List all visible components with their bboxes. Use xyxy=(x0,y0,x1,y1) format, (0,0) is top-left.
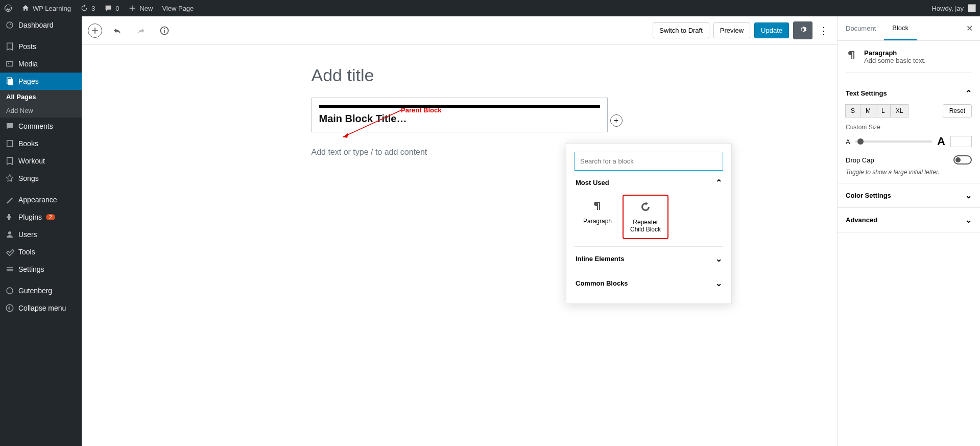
block-search-input[interactable] xyxy=(575,152,723,171)
svg-rect-8 xyxy=(7,267,13,268)
size-l[interactable]: L xyxy=(876,104,891,118)
avatar[interactable] xyxy=(968,4,976,12)
font-size-slider[interactable] xyxy=(855,140,932,143)
info-button[interactable] xyxy=(156,22,173,39)
svg-rect-6 xyxy=(7,140,13,147)
sidebar-dashboard[interactable]: Dashboard xyxy=(0,16,82,34)
text-settings-panel[interactable]: Text Settings⌃ xyxy=(846,88,972,98)
sidebar-pages[interactable]: Pages xyxy=(0,73,82,90)
chevron-down-icon: ⌄ xyxy=(715,254,722,264)
sidebar-add-new[interactable]: Add New xyxy=(0,104,82,118)
svg-point-11 xyxy=(7,288,13,294)
svg-point-3 xyxy=(8,63,9,64)
paragraph-icon xyxy=(846,49,858,61)
block-tile-paragraph[interactable]: Paragraph xyxy=(575,195,620,239)
sidebar-appearance[interactable]: Appearance xyxy=(0,191,82,208)
custom-size-label: Custom Size xyxy=(846,124,972,131)
color-settings-panel[interactable]: Color Settings⌄ xyxy=(846,191,972,200)
sidebar-tools[interactable]: Tools xyxy=(0,243,82,261)
more-button[interactable]: ⋮ xyxy=(817,22,831,39)
block-tile-repeater-child[interactable]: Repeater Child Block xyxy=(623,195,668,239)
drop-cap-label: Drop Cap xyxy=(846,156,874,164)
updates[interactable]: 3 xyxy=(80,4,95,12)
close-settings-button[interactable]: ✕ xyxy=(959,16,980,40)
chevron-up-icon: ⌃ xyxy=(965,88,972,98)
sidebar-gutenberg[interactable]: Gutenberg xyxy=(0,282,82,299)
sidebar-comments[interactable]: Comments xyxy=(0,118,82,135)
font-size-input[interactable] xyxy=(950,136,972,147)
svg-rect-2 xyxy=(7,62,13,66)
block-inserter-popup: Most Used⌃ Paragraph Repeater Child Bloc… xyxy=(566,143,732,304)
block-title-text[interactable]: Main Block Title… xyxy=(319,113,600,125)
sidebar-media[interactable]: Media xyxy=(0,55,82,73)
editor-main: Switch to Draft Preview Update ⋮ Add tit… xyxy=(82,16,837,446)
svg-point-12 xyxy=(6,304,13,312)
sidebar-posts[interactable]: Posts xyxy=(0,38,82,55)
view-page[interactable]: View Page xyxy=(162,5,194,12)
add-block-button[interactable] xyxy=(88,24,102,38)
new[interactable]: New xyxy=(128,4,153,12)
comments-count[interactable]: 0 xyxy=(104,4,119,12)
wp-logo[interactable] xyxy=(4,4,12,12)
sidebar-plugins[interactable]: Plugins2 xyxy=(0,208,82,226)
preview-button[interactable]: Preview xyxy=(713,22,750,38)
sidebar-users[interactable]: Users xyxy=(0,226,82,243)
svg-rect-10 xyxy=(7,270,13,271)
drop-cap-toggle[interactable] xyxy=(953,155,972,165)
sidebar-songs[interactable]: Songs xyxy=(0,170,82,187)
switch-draft-button[interactable]: Switch to Draft xyxy=(653,22,709,38)
svg-rect-14 xyxy=(164,30,165,33)
size-m[interactable]: M xyxy=(860,104,876,118)
chevron-down-icon: ⌄ xyxy=(965,215,972,225)
sidebar-collapse[interactable]: Collapse menu xyxy=(0,299,82,317)
size-xl[interactable]: XL xyxy=(890,104,909,118)
howdy[interactable]: Howdy, jay xyxy=(931,5,964,12)
settings-panel: Document Block ✕ Paragraph Add some basi… xyxy=(837,16,980,446)
update-button[interactable]: Update xyxy=(754,22,789,38)
site-name[interactable]: WP Learning xyxy=(21,4,71,12)
redo-button[interactable] xyxy=(133,22,149,39)
section-common[interactable]: Common Blocks⌄ xyxy=(575,271,723,295)
chevron-down-icon: ⌄ xyxy=(965,191,972,200)
chevron-up-icon: ⌃ xyxy=(715,178,722,187)
svg-point-15 xyxy=(164,28,165,29)
reset-button[interactable]: Reset xyxy=(943,104,972,118)
block-divider xyxy=(319,105,600,108)
tab-document[interactable]: Document xyxy=(838,17,884,39)
parent-block[interactable]: Main Block Title… + xyxy=(312,98,608,132)
section-inline[interactable]: Inline Elements⌄ xyxy=(575,247,723,271)
big-a-icon: A xyxy=(937,135,945,148)
block-name: Paragraph xyxy=(864,49,926,57)
small-a-icon: A xyxy=(846,138,850,146)
advanced-panel[interactable]: Advanced⌄ xyxy=(846,215,972,225)
sidebar-all-pages[interactable]: All Pages xyxy=(0,90,82,104)
section-most-used[interactable]: Most Used⌃ xyxy=(575,171,723,195)
sidebar-settings[interactable]: Settings xyxy=(0,261,82,278)
adminbar: WP Learning 3 0 New View Page Howdy, jay xyxy=(0,0,980,16)
sidebar-books[interactable]: Books xyxy=(0,135,82,152)
page-title-input[interactable]: Add title xyxy=(312,65,608,85)
settings-gear-button[interactable] xyxy=(793,21,812,39)
add-child-block-button[interactable]: + xyxy=(610,114,623,127)
undo-button[interactable] xyxy=(109,22,126,39)
block-description: Add some basic text. xyxy=(864,57,926,64)
admin-sidebar: Dashboard Posts Media Pages All Pages Ad… xyxy=(0,16,82,446)
drop-cap-hint: Toggle to show a large initial letter. xyxy=(846,169,972,176)
svg-point-7 xyxy=(8,231,11,234)
plugins-badge: 2 xyxy=(46,214,55,220)
chevron-down-icon: ⌄ xyxy=(715,278,722,288)
tab-block[interactable]: Block xyxy=(884,17,917,40)
svg-rect-9 xyxy=(7,269,13,270)
editor-topbar: Switch to Draft Preview Update ⋮ xyxy=(82,16,837,45)
size-s[interactable]: S xyxy=(845,104,861,118)
svg-rect-5 xyxy=(8,79,13,85)
content-placeholder[interactable]: Add text or type / to add content xyxy=(312,148,608,157)
sidebar-workout[interactable]: Workout xyxy=(0,152,82,170)
